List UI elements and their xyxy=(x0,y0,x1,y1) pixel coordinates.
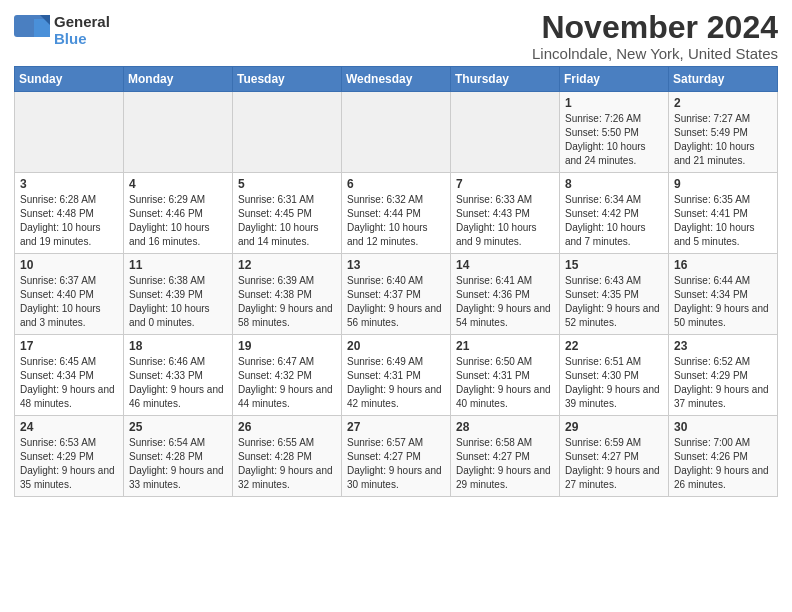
cell-content: Sunrise: 6:54 AM Sunset: 4:28 PM Dayligh… xyxy=(129,436,227,492)
calendar-cell xyxy=(124,92,233,173)
logo: General Blue xyxy=(14,14,110,47)
cell-content: Sunrise: 6:51 AM Sunset: 4:30 PM Dayligh… xyxy=(565,355,663,411)
calendar-cell: 5Sunrise: 6:31 AM Sunset: 4:45 PM Daylig… xyxy=(233,173,342,254)
calendar-week-5: 24Sunrise: 6:53 AM Sunset: 4:29 PM Dayli… xyxy=(15,416,778,497)
cell-content: Sunrise: 6:40 AM Sunset: 4:37 PM Dayligh… xyxy=(347,274,445,330)
calendar-cell: 22Sunrise: 6:51 AM Sunset: 4:30 PM Dayli… xyxy=(560,335,669,416)
cell-content: Sunrise: 6:41 AM Sunset: 4:36 PM Dayligh… xyxy=(456,274,554,330)
day-number: 17 xyxy=(20,339,118,353)
header-thursday: Thursday xyxy=(451,67,560,92)
cell-content: Sunrise: 6:59 AM Sunset: 4:27 PM Dayligh… xyxy=(565,436,663,492)
day-number: 2 xyxy=(674,96,772,110)
calendar-cell: 18Sunrise: 6:46 AM Sunset: 4:33 PM Dayli… xyxy=(124,335,233,416)
day-number: 26 xyxy=(238,420,336,434)
calendar-cell: 19Sunrise: 6:47 AM Sunset: 4:32 PM Dayli… xyxy=(233,335,342,416)
calendar-week-3: 10Sunrise: 6:37 AM Sunset: 4:40 PM Dayli… xyxy=(15,254,778,335)
day-number: 22 xyxy=(565,339,663,353)
cell-content: Sunrise: 6:37 AM Sunset: 4:40 PM Dayligh… xyxy=(20,274,118,330)
calendar-header-row: Sunday Monday Tuesday Wednesday Thursday… xyxy=(15,67,778,92)
day-number: 1 xyxy=(565,96,663,110)
day-number: 15 xyxy=(565,258,663,272)
calendar-cell: 8Sunrise: 6:34 AM Sunset: 4:42 PM Daylig… xyxy=(560,173,669,254)
day-number: 21 xyxy=(456,339,554,353)
calendar-cell: 25Sunrise: 6:54 AM Sunset: 4:28 PM Dayli… xyxy=(124,416,233,497)
cell-content: Sunrise: 7:00 AM Sunset: 4:26 PM Dayligh… xyxy=(674,436,772,492)
day-number: 29 xyxy=(565,420,663,434)
cell-content: Sunrise: 6:53 AM Sunset: 4:29 PM Dayligh… xyxy=(20,436,118,492)
header-tuesday: Tuesday xyxy=(233,67,342,92)
calendar-cell: 20Sunrise: 6:49 AM Sunset: 4:31 PM Dayli… xyxy=(342,335,451,416)
cell-content: Sunrise: 6:44 AM Sunset: 4:34 PM Dayligh… xyxy=(674,274,772,330)
day-number: 25 xyxy=(129,420,227,434)
calendar-cell xyxy=(233,92,342,173)
calendar-week-2: 3Sunrise: 6:28 AM Sunset: 4:48 PM Daylig… xyxy=(15,173,778,254)
calendar-cell: 7Sunrise: 6:33 AM Sunset: 4:43 PM Daylig… xyxy=(451,173,560,254)
calendar-cell: 12Sunrise: 6:39 AM Sunset: 4:38 PM Dayli… xyxy=(233,254,342,335)
calendar-cell: 2Sunrise: 7:27 AM Sunset: 5:49 PM Daylig… xyxy=(669,92,778,173)
cell-content: Sunrise: 6:49 AM Sunset: 4:31 PM Dayligh… xyxy=(347,355,445,411)
calendar-cell: 1Sunrise: 7:26 AM Sunset: 5:50 PM Daylig… xyxy=(560,92,669,173)
cell-content: Sunrise: 6:39 AM Sunset: 4:38 PM Dayligh… xyxy=(238,274,336,330)
calendar-cell: 15Sunrise: 6:43 AM Sunset: 4:35 PM Dayli… xyxy=(560,254,669,335)
calendar-cell: 21Sunrise: 6:50 AM Sunset: 4:31 PM Dayli… xyxy=(451,335,560,416)
day-number: 16 xyxy=(674,258,772,272)
cell-content: Sunrise: 6:52 AM Sunset: 4:29 PM Dayligh… xyxy=(674,355,772,411)
day-number: 11 xyxy=(129,258,227,272)
header-wednesday: Wednesday xyxy=(342,67,451,92)
day-number: 27 xyxy=(347,420,445,434)
calendar-cell: 24Sunrise: 6:53 AM Sunset: 4:29 PM Dayli… xyxy=(15,416,124,497)
day-number: 6 xyxy=(347,177,445,191)
logo-icon xyxy=(14,15,50,47)
calendar-cell: 3Sunrise: 6:28 AM Sunset: 4:48 PM Daylig… xyxy=(15,173,124,254)
calendar-cell: 26Sunrise: 6:55 AM Sunset: 4:28 PM Dayli… xyxy=(233,416,342,497)
day-number: 12 xyxy=(238,258,336,272)
cell-content: Sunrise: 6:55 AM Sunset: 4:28 PM Dayligh… xyxy=(238,436,336,492)
day-number: 7 xyxy=(456,177,554,191)
calendar-cell: 4Sunrise: 6:29 AM Sunset: 4:46 PM Daylig… xyxy=(124,173,233,254)
cell-content: Sunrise: 6:58 AM Sunset: 4:27 PM Dayligh… xyxy=(456,436,554,492)
location-subtitle: Lincolndale, New York, United States xyxy=(532,45,778,62)
calendar-cell: 29Sunrise: 6:59 AM Sunset: 4:27 PM Dayli… xyxy=(560,416,669,497)
cell-content: Sunrise: 6:29 AM Sunset: 4:46 PM Dayligh… xyxy=(129,193,227,249)
header-monday: Monday xyxy=(124,67,233,92)
day-number: 10 xyxy=(20,258,118,272)
logo-general: General xyxy=(54,14,110,31)
page-container: General Blue November 2024 Lincolndale, … xyxy=(0,0,792,507)
cell-content: Sunrise: 6:32 AM Sunset: 4:44 PM Dayligh… xyxy=(347,193,445,249)
header-saturday: Saturday xyxy=(669,67,778,92)
header: General Blue November 2024 Lincolndale, … xyxy=(14,10,778,62)
cell-content: Sunrise: 6:33 AM Sunset: 4:43 PM Dayligh… xyxy=(456,193,554,249)
header-sunday: Sunday xyxy=(15,67,124,92)
cell-content: Sunrise: 6:31 AM Sunset: 4:45 PM Dayligh… xyxy=(238,193,336,249)
cell-content: Sunrise: 6:45 AM Sunset: 4:34 PM Dayligh… xyxy=(20,355,118,411)
month-title: November 2024 xyxy=(532,10,778,45)
cell-content: Sunrise: 6:34 AM Sunset: 4:42 PM Dayligh… xyxy=(565,193,663,249)
calendar-cell: 13Sunrise: 6:40 AM Sunset: 4:37 PM Dayli… xyxy=(342,254,451,335)
day-number: 14 xyxy=(456,258,554,272)
day-number: 23 xyxy=(674,339,772,353)
header-friday: Friday xyxy=(560,67,669,92)
day-number: 18 xyxy=(129,339,227,353)
calendar-cell: 27Sunrise: 6:57 AM Sunset: 4:27 PM Dayli… xyxy=(342,416,451,497)
cell-content: Sunrise: 6:46 AM Sunset: 4:33 PM Dayligh… xyxy=(129,355,227,411)
calendar-cell: 9Sunrise: 6:35 AM Sunset: 4:41 PM Daylig… xyxy=(669,173,778,254)
cell-content: Sunrise: 6:43 AM Sunset: 4:35 PM Dayligh… xyxy=(565,274,663,330)
cell-content: Sunrise: 6:57 AM Sunset: 4:27 PM Dayligh… xyxy=(347,436,445,492)
day-number: 8 xyxy=(565,177,663,191)
calendar-cell: 11Sunrise: 6:38 AM Sunset: 4:39 PM Dayli… xyxy=(124,254,233,335)
calendar-cell xyxy=(451,92,560,173)
day-number: 5 xyxy=(238,177,336,191)
day-number: 3 xyxy=(20,177,118,191)
cell-content: Sunrise: 6:35 AM Sunset: 4:41 PM Dayligh… xyxy=(674,193,772,249)
logo-blue: Blue xyxy=(54,31,110,48)
calendar-week-4: 17Sunrise: 6:45 AM Sunset: 4:34 PM Dayli… xyxy=(15,335,778,416)
title-block: November 2024 Lincolndale, New York, Uni… xyxy=(532,10,778,62)
day-number: 13 xyxy=(347,258,445,272)
calendar-table: Sunday Monday Tuesday Wednesday Thursday… xyxy=(14,66,778,497)
calendar-cell: 17Sunrise: 6:45 AM Sunset: 4:34 PM Dayli… xyxy=(15,335,124,416)
calendar-cell: 23Sunrise: 6:52 AM Sunset: 4:29 PM Dayli… xyxy=(669,335,778,416)
day-number: 9 xyxy=(674,177,772,191)
day-number: 4 xyxy=(129,177,227,191)
calendar-cell: 30Sunrise: 7:00 AM Sunset: 4:26 PM Dayli… xyxy=(669,416,778,497)
day-number: 30 xyxy=(674,420,772,434)
